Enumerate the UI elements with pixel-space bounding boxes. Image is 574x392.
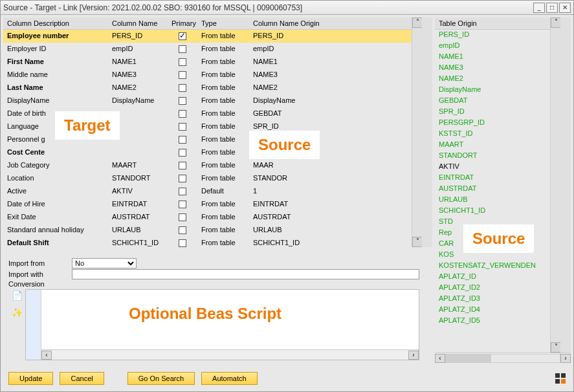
table-row[interactable]: DisplayNameDisplayNameFrom tableDisplayN… xyxy=(3,94,422,107)
go-on-search-button[interactable]: Go On Search xyxy=(127,372,195,385)
list-item[interactable]: KOSTENSATZ_VERWENDEN xyxy=(435,261,560,272)
list-item[interactable]: Rep xyxy=(435,228,560,239)
checkbox-icon[interactable] xyxy=(179,162,186,169)
cell-primary[interactable] xyxy=(168,146,197,159)
table-row[interactable]: ActiveAKTIVDefault1 xyxy=(3,185,422,198)
checkbox-icon[interactable] xyxy=(179,32,186,40)
list-item[interactable]: EINTRDAT xyxy=(435,173,560,184)
col-primary-header[interactable]: Primary xyxy=(168,17,197,29)
col-type-header[interactable]: Type xyxy=(197,17,249,29)
resize-grip-icon[interactable] xyxy=(555,373,566,384)
list-item[interactable]: STD xyxy=(435,217,560,228)
target-grid[interactable]: Column Description Column Name Primary T… xyxy=(3,17,432,247)
wand-icon[interactable]: ✨ xyxy=(12,307,23,318)
table-row[interactable]: Cost CenteFrom tableKSTST xyxy=(3,146,422,159)
list-item[interactable]: PERSGRP_ID xyxy=(435,118,560,129)
table-row[interactable]: Exit DateAUSTRDATFrom tableAUSTRDAT xyxy=(3,211,422,224)
table-row[interactable]: Standard annual holidayURLAUBFrom tableU… xyxy=(3,224,422,237)
list-item[interactable]: PERS_ID xyxy=(435,30,560,41)
list-item[interactable]: APLATZ_ID xyxy=(435,272,560,283)
scroll-down-icon[interactable]: ˅ xyxy=(412,237,423,247)
list-item[interactable]: SCHICHT1_ID xyxy=(435,206,560,217)
checkbox-icon[interactable] xyxy=(179,123,186,131)
cell-primary[interactable] xyxy=(168,69,197,82)
col-desc-header[interactable]: Column Description xyxy=(3,17,108,29)
cell-primary[interactable] xyxy=(168,56,197,69)
col-name-header[interactable]: Column Name xyxy=(108,17,168,29)
table-row[interactable]: LanguageFrom tableSPR_ID xyxy=(3,120,422,133)
checkbox-icon[interactable] xyxy=(179,188,186,195)
conversion-editor[interactable]: ‹ › xyxy=(25,289,419,360)
origin-grid-header[interactable]: Table Origin xyxy=(435,17,560,30)
minimize-button[interactable]: _ xyxy=(533,3,545,13)
target-vscroll[interactable]: ˄ ˅ xyxy=(412,17,422,247)
list-item[interactable]: APLATZ_ID2 xyxy=(435,283,560,294)
table-row[interactable]: Last NameNAME2From tableNAME2 xyxy=(3,82,422,94)
cell-primary[interactable] xyxy=(168,107,197,120)
import-with-input[interactable] xyxy=(72,269,419,279)
checkbox-icon[interactable] xyxy=(179,226,186,234)
checkbox-icon[interactable] xyxy=(179,149,186,157)
checkbox-icon[interactable] xyxy=(179,45,186,53)
cell-primary[interactable] xyxy=(168,30,197,43)
list-item[interactable]: APLATZ_ID3 xyxy=(435,294,560,305)
table-row[interactable]: Date of HireEINTRDATFrom tableEINTRDAT xyxy=(3,198,422,211)
scroll-up-icon[interactable]: ˄ xyxy=(412,17,423,28)
close-button[interactable]: ✕ xyxy=(559,3,571,13)
list-item[interactable]: STANDORT xyxy=(435,151,560,162)
checkbox-icon[interactable] xyxy=(179,213,186,221)
table-row[interactable]: Employer IDempIDFrom tableempID xyxy=(3,43,422,56)
origin-grid[interactable]: Table Origin PERS_IDempIDNAME1NAME3NAME2… xyxy=(435,17,571,353)
scroll-down-icon[interactable]: ˅ xyxy=(551,342,561,353)
checkbox-icon[interactable] xyxy=(179,84,186,92)
scroll-left-icon[interactable]: ‹ xyxy=(41,351,52,360)
list-item[interactable]: URLAUB xyxy=(435,195,560,206)
document-icon[interactable]: 📄 xyxy=(12,290,23,301)
list-item[interactable]: empID xyxy=(435,41,560,52)
list-item[interactable]: GEBDAT xyxy=(435,96,560,107)
checkbox-icon[interactable] xyxy=(179,97,186,105)
list-item[interactable]: CAR xyxy=(435,239,560,250)
import-from-select[interactable]: No xyxy=(72,258,137,268)
checkbox-icon[interactable] xyxy=(179,136,186,144)
cell-primary[interactable] xyxy=(168,82,197,94)
list-item[interactable]: NAME1 xyxy=(435,52,560,63)
list-item[interactable]: NAME2 xyxy=(435,74,560,85)
table-row[interactable]: Default ShiftSCHICHT1_IDFrom tableSCHICH… xyxy=(3,237,422,247)
list-item[interactable]: KOS xyxy=(435,250,560,261)
scroll-left-icon[interactable]: ‹ xyxy=(435,354,445,363)
origin-hscroll[interactable]: ‹ › xyxy=(435,353,571,363)
table-row[interactable]: Personnel gFrom tablePERSG xyxy=(3,133,422,146)
cell-primary[interactable] xyxy=(168,43,197,56)
cell-primary[interactable] xyxy=(168,211,197,224)
list-item[interactable]: KSTST_ID xyxy=(435,129,560,140)
checkbox-icon[interactable] xyxy=(179,110,186,118)
maximize-button[interactable]: □ xyxy=(546,3,558,13)
scroll-right-icon[interactable]: › xyxy=(408,351,419,360)
col-origin-header[interactable]: Column Name Origin xyxy=(249,17,422,29)
cell-primary[interactable] xyxy=(168,133,197,146)
update-button[interactable]: Update xyxy=(8,372,53,385)
list-item[interactable]: NAME3 xyxy=(435,63,560,74)
scroll-up-icon[interactable]: ˄ xyxy=(551,17,561,28)
editor-hscroll[interactable]: ‹ › xyxy=(41,349,419,360)
checkbox-icon[interactable] xyxy=(179,239,186,247)
list-item[interactable]: AKTIV xyxy=(435,162,560,173)
list-item[interactable]: APLATZ_ID5 xyxy=(435,316,560,327)
origin-vscroll[interactable]: ˄ ˅ xyxy=(550,17,560,353)
cell-primary[interactable] xyxy=(168,159,197,172)
table-row[interactable]: Middle nameNAME3From tableNAME3 xyxy=(3,69,422,82)
checkbox-icon[interactable] xyxy=(179,58,186,66)
table-row[interactable]: First NameNAME1From tableNAME1 xyxy=(3,56,422,69)
cancel-button[interactable]: Cancel xyxy=(60,372,104,385)
checkbox-icon[interactable] xyxy=(179,175,186,182)
list-item[interactable]: SPR_ID xyxy=(435,107,560,118)
table-row[interactable]: Date of birthFrom tableGEBDAT xyxy=(3,107,422,120)
list-item[interactable]: DisplayName xyxy=(435,85,560,96)
checkbox-icon[interactable] xyxy=(179,201,186,208)
list-item[interactable]: MAART xyxy=(435,140,560,151)
cell-primary[interactable] xyxy=(168,185,197,198)
scroll-right-icon[interactable]: › xyxy=(560,354,571,363)
cell-primary[interactable] xyxy=(168,120,197,133)
table-row[interactable]: Employee numberPERS_IDFrom tablePERS_ID xyxy=(3,30,422,43)
